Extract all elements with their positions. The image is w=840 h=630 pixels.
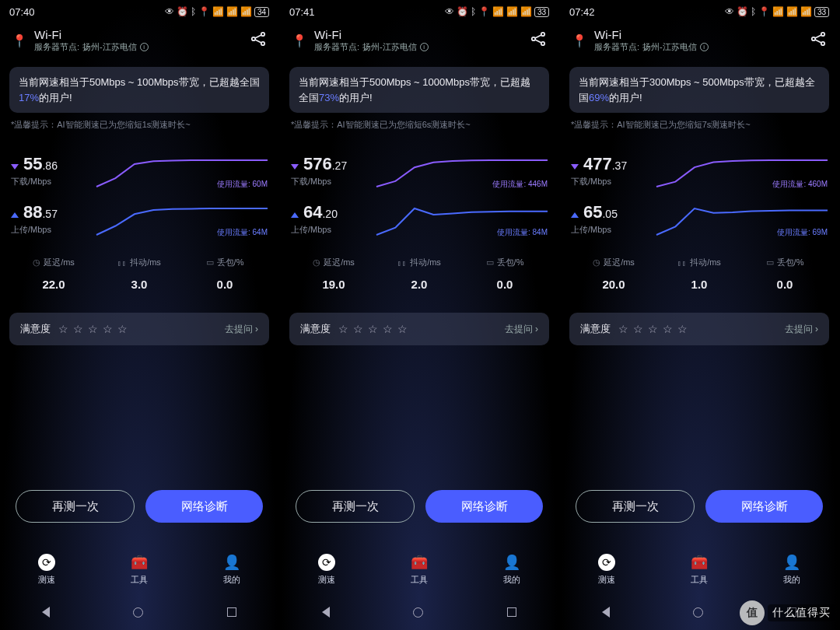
jitter-icon: ⫾⫾ — [397, 258, 407, 268]
tab-mine[interactable]: 👤 我的 — [466, 544, 558, 594]
upload-int: 88 — [23, 202, 42, 222]
clock: 07:42 — [569, 6, 595, 18]
status-bar: 07:42 👁 ⏰ ᛒ 📍 📶 📶 📶 33 — [560, 0, 838, 23]
home-button[interactable] — [133, 607, 143, 618]
retest-button[interactable]: 再测一次 — [576, 490, 695, 523]
info-icon[interactable]: i — [140, 43, 149, 51]
star-icon[interactable]: ☆ — [397, 323, 408, 335]
wifi-icon: 📶 — [492, 6, 504, 17]
download-int: 477 — [583, 154, 612, 174]
upload-label: 上传/Mbps — [571, 224, 656, 236]
diagnose-button[interactable]: 网络诊断 — [705, 490, 823, 523]
download-label: 下载/Mbps — [11, 176, 96, 187]
eye-icon: 👁 — [165, 6, 174, 17]
server-node[interactable]: 扬州-江苏电信 — [82, 41, 137, 53]
ask-link[interactable]: 去提问 › — [785, 323, 818, 336]
clock-icon: ◷ — [33, 257, 40, 268]
tab-speed[interactable]: ⟳ 测速 — [560, 544, 653, 594]
tab-tools[interactable]: 🧰 工具 — [93, 544, 185, 594]
home-button[interactable] — [693, 607, 703, 618]
eye-icon: 👁 — [445, 6, 454, 17]
retest-button[interactable]: 再测一次 — [296, 490, 415, 523]
star-icon[interactable]: ☆ — [58, 323, 68, 335]
tab-tools[interactable]: 🧰 工具 — [373, 544, 465, 594]
jitter-value: 3.0 — [96, 278, 182, 291]
share-icon[interactable] — [529, 30, 548, 52]
server-prefix: 服务器节点: — [34, 41, 79, 53]
ask-link[interactable]: 去提问 › — [225, 323, 258, 336]
battery-badge: 33 — [814, 7, 829, 17]
share-icon[interactable] — [809, 30, 828, 52]
upload-usage: 64M — [253, 228, 268, 236]
pin-icon: 📍 — [11, 32, 28, 49]
svg-point-1 — [261, 32, 264, 35]
ask-link[interactable]: 去提问 › — [505, 323, 538, 336]
svg-point-0 — [252, 37, 255, 40]
tab-tools[interactable]: 🧰 工具 — [653, 544, 745, 594]
download-label: 下载/Mbps — [571, 176, 656, 187]
connection-title: Wi-Fi — [594, 28, 809, 41]
tab-mine[interactable]: 👤 我的 — [746, 544, 838, 594]
jitter-value: 2.0 — [376, 278, 462, 291]
star-icon[interactable]: ☆ — [648, 323, 658, 335]
server-node[interactable]: 扬州-江苏电信 — [362, 41, 417, 53]
diagnose-button[interactable]: 网络诊断 — [425, 490, 543, 523]
star-icon[interactable]: ☆ — [633, 323, 643, 335]
wifi-icon: 📶 — [212, 6, 224, 17]
bandwidth-banner: 当前网速相当于300Mbps ~ 500Mbps带宽，已超越全国69%的用户! — [569, 67, 829, 113]
star-icon[interactable]: ☆ — [338, 323, 348, 335]
upload-chart: 使用流量: 69M — [656, 202, 828, 236]
info-icon[interactable]: i — [420, 43, 429, 51]
upload-int: 65 — [583, 202, 602, 222]
star-icon[interactable]: ☆ — [103, 323, 113, 335]
rating-bar[interactable]: 满意度 ☆ ☆ ☆ ☆ ☆ 去提问 › — [569, 313, 829, 345]
diagnose-button[interactable]: 网络诊断 — [145, 490, 263, 523]
svg-point-5 — [541, 41, 544, 44]
back-button[interactable] — [322, 607, 330, 618]
retest-button[interactable]: 再测一次 — [16, 490, 135, 523]
server-node[interactable]: 扬州-江苏电信 — [642, 41, 697, 53]
tab-mine[interactable]: 👤 我的 — [186, 544, 278, 594]
signal-icon: 📶 — [786, 6, 798, 17]
star-icon[interactable]: ☆ — [117, 323, 128, 335]
star-icon[interactable]: ☆ — [368, 323, 378, 335]
ai-tip: *温馨提示：AI智能测速已为您缩短6s测速时长~ — [291, 119, 548, 131]
star-icon[interactable]: ☆ — [353, 323, 363, 335]
android-nav — [0, 594, 278, 630]
download-usage: 60M — [253, 180, 268, 188]
star-icon[interactable]: ☆ — [663, 323, 673, 335]
back-button[interactable] — [42, 607, 50, 618]
svg-point-3 — [532, 37, 535, 40]
star-icon[interactable]: ☆ — [677, 323, 688, 335]
download-usage: 446M — [528, 180, 548, 188]
tab-bar: ⟳ 测速 🧰 工具 👤 我的 — [280, 544, 558, 594]
gauge-icon: ⟳ — [38, 554, 55, 571]
star-icon[interactable]: ☆ — [73, 323, 83, 335]
bluetooth-icon: ᛒ — [471, 6, 476, 17]
watermark: 值 什么值得买 — [740, 600, 835, 625]
upload-icon — [571, 212, 579, 218]
wifi-icon: 📶 — [772, 6, 784, 17]
home-button[interactable] — [413, 607, 423, 618]
download-icon — [291, 164, 299, 170]
location-icon: 📍 — [198, 6, 210, 17]
bluetooth-icon: ᛒ — [191, 6, 196, 17]
recents-button[interactable] — [227, 607, 236, 617]
rating-bar[interactable]: 满意度 ☆ ☆ ☆ ☆ ☆ 去提问 › — [289, 313, 549, 345]
star-icon[interactable]: ☆ — [383, 323, 393, 335]
server-prefix: 服务器节点: — [594, 41, 639, 53]
bluetooth-icon: ᛒ — [751, 6, 756, 17]
tab-speed[interactable]: ⟳ 测速 — [0, 544, 93, 594]
download-int: 576 — [303, 154, 332, 174]
star-icon[interactable]: ☆ — [618, 323, 628, 335]
jitter-value: 1.0 — [656, 278, 742, 291]
info-icon[interactable]: i — [700, 43, 709, 51]
battery-badge: 34 — [254, 7, 269, 17]
tab-speed[interactable]: ⟳ 测速 — [280, 544, 373, 594]
star-icon[interactable]: ☆ — [88, 323, 98, 335]
rating-bar[interactable]: 满意度 ☆ ☆ ☆ ☆ ☆ 去提问 › — [9, 313, 269, 345]
recents-button[interactable] — [507, 607, 516, 617]
share-icon[interactable] — [249, 30, 268, 52]
back-button[interactable] — [602, 607, 610, 618]
download-dec: .27 — [332, 159, 347, 172]
